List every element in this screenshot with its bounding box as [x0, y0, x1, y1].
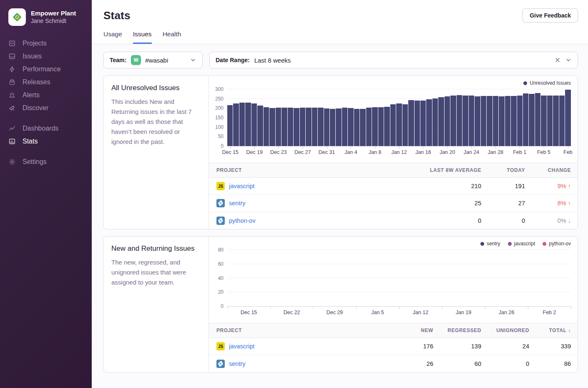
y-tick-label: 100 [215, 124, 224, 130]
sidebar-item-dashboards[interactable]: Dashboards [8, 122, 83, 135]
y-tick-label: 60 [218, 261, 224, 267]
project-cell: sentry [216, 199, 415, 207]
nav-group: Settings [8, 155, 83, 168]
sidebar-item-performance[interactable]: Performance [8, 63, 83, 76]
sidebar-item-releases[interactable]: Releases [8, 76, 83, 88]
panel-all-unresolved-issues: All Unresolved Issues This includes New … [103, 76, 578, 229]
axis-tick [356, 307, 357, 309]
bar [457, 95, 462, 146]
project-cell: sentry [216, 360, 387, 368]
legend-item-sentry[interactable]: sentry [480, 241, 500, 247]
sidebar-item-alerts[interactable]: Alerts [8, 88, 83, 101]
filter-bar: Team: W #wasabi Date Range: Last 8 weeks [103, 52, 578, 68]
x-tick-label: Dec 15 [222, 149, 239, 155]
table-row: sentry25278% ↑ [209, 195, 578, 212]
tab-usage[interactable]: Usage [103, 30, 122, 44]
org-logo-icon [8, 8, 26, 26]
project-link[interactable]: python-ov [229, 217, 256, 224]
bar [269, 108, 275, 146]
js-badge-icon: JS [216, 342, 225, 350]
column-header-last-8w-average: LAST 8W AVERAGE [415, 167, 481, 173]
chevron-down-icon [565, 57, 572, 63]
axis-tick [399, 146, 400, 149]
clear-icon[interactable] [554, 57, 561, 63]
table-header-row: PROJECTLAST 8W AVERAGETODAYCHANGE [209, 163, 578, 178]
bar [354, 109, 359, 146]
y-tick-label: 40 [218, 275, 224, 281]
table-row: JSjavascript2101919% ↑ [209, 178, 578, 195]
y-tick-label: 50 [218, 134, 224, 139]
date-range-select[interactable]: Date Range: Last 8 weeks [209, 52, 578, 68]
tab-health[interactable]: Health [163, 30, 181, 44]
bar [402, 104, 408, 146]
sidebar-item-stats[interactable]: Stats [8, 135, 83, 148]
team-avatar: W [131, 55, 141, 65]
legend-item-python-ov[interactable]: python-ov [543, 241, 571, 247]
tab-issues[interactable]: Issues [133, 30, 152, 44]
sidebar: Empower Plant Jane Schmidt ProjectsIssue… [0, 0, 92, 388]
sidebar-item-label: Stats [23, 138, 38, 145]
bar [396, 103, 402, 146]
bars [227, 250, 571, 306]
performance-icon [8, 66, 16, 73]
x-tick-label: Feb 1 [513, 149, 526, 155]
legend-item-unresolved-issues[interactable]: Unresolved Issues [523, 80, 571, 86]
x-tick-label: Jan 4 [344, 149, 357, 155]
sidebar-item-label: Releases [23, 78, 50, 86]
sidebar-item-issues[interactable]: Issues [8, 50, 83, 63]
team-select[interactable]: Team: W #wasabi [103, 52, 203, 68]
releases-icon [8, 78, 16, 86]
value-cell: 24 [481, 343, 529, 350]
org-switcher[interactable]: Empower Plant Jane Schmidt [0, 8, 92, 26]
main-area: Stats Give Feedback UsageIssuesHealth Te… [92, 0, 588, 388]
sidebar-item-settings[interactable]: Settings [8, 155, 83, 168]
sidebar-item-projects[interactable]: Projects [8, 37, 83, 50]
chart-plot[interactable] [227, 89, 571, 146]
change-cell: 9% ↑ [525, 183, 571, 189]
y-tick-label: 0 [221, 303, 224, 309]
value-cell: 86 [529, 360, 571, 367]
table-row: sentry2660086 [209, 355, 578, 372]
sidebar-item-label: Discover [23, 104, 48, 112]
change-arrow-icon: ↓ [568, 217, 571, 224]
chart-body: 050100150200250300 [209, 89, 571, 146]
axis-tick [270, 307, 271, 309]
bar [565, 90, 570, 146]
panel-title: All Unresolved Issues [111, 84, 201, 92]
legend-item-javascript[interactable]: javascript [508, 241, 535, 247]
legend-dot-icon [508, 242, 512, 246]
axis-tick [279, 146, 279, 149]
axis-tick [485, 307, 485, 309]
y-axis: 050100150200250300 [209, 89, 227, 146]
project-link[interactable]: sentry [229, 200, 246, 207]
axis-tick [313, 307, 314, 309]
team-value: #wasabi [145, 57, 168, 64]
x-tick-label: Dec 27 [294, 149, 311, 155]
content: Team: W #wasabi Date Range: Last 8 weeks… [92, 44, 588, 388]
axis-tick [495, 146, 496, 149]
project-link[interactable]: javascript [229, 183, 254, 189]
project-link[interactable]: javascript [229, 343, 254, 350]
issues-icon [8, 53, 16, 60]
column-header-total[interactable]: TOTAL ↓ [529, 328, 571, 333]
bar [312, 108, 317, 146]
bar [227, 105, 233, 146]
bar [511, 96, 516, 146]
legend-dot-icon [543, 242, 546, 246]
project-link[interactable]: sentry [229, 360, 246, 367]
value-cell: 27 [481, 200, 525, 207]
value-cell: 210 [415, 183, 481, 189]
user-name: Jane Schmidt [31, 17, 76, 25]
axis-tick [230, 146, 231, 149]
chart-plot[interactable] [227, 250, 571, 306]
column-header-today: TODAY [481, 167, 525, 173]
legend-label: Unresolved Issues [530, 80, 571, 86]
python-icon [216, 199, 225, 207]
project-cell: JSjavascript [216, 182, 415, 190]
sidebar-item-label: Dashboards [23, 125, 58, 132]
sidebar-item-discover[interactable]: Discover [8, 101, 83, 114]
give-feedback-button[interactable]: Give Feedback [523, 8, 578, 23]
axis-tick [375, 146, 375, 149]
bar [264, 107, 269, 146]
date-range-label: Date Range: [216, 57, 250, 63]
